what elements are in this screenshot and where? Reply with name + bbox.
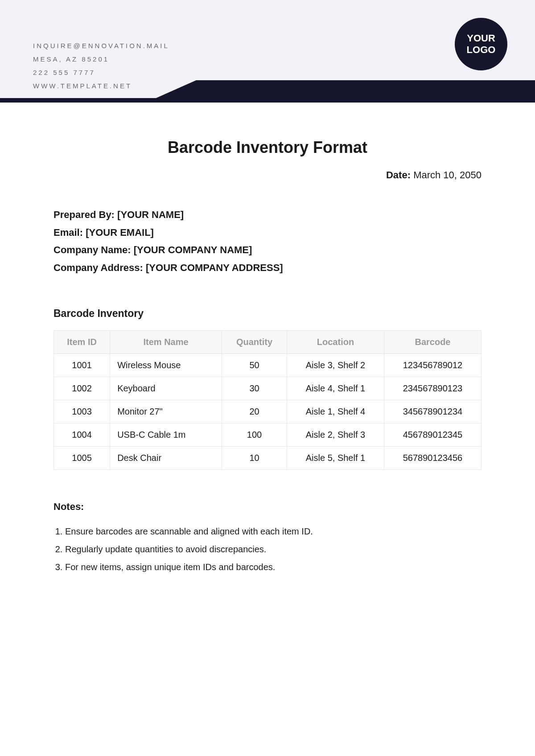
col-location: Location bbox=[287, 331, 384, 354]
list-item: For new items, assign unique item IDs an… bbox=[65, 558, 482, 576]
col-barcode: Barcode bbox=[384, 331, 481, 354]
col-item-id: Item ID bbox=[54, 331, 110, 354]
cell-name: Keyboard bbox=[110, 377, 222, 400]
date-line: Date: March 10, 2050 bbox=[54, 169, 482, 181]
date-value: March 10, 2050 bbox=[413, 169, 482, 181]
table-row: 1004 USB-C Cable 1m 100 Aisle 2, Shelf 3… bbox=[54, 423, 482, 447]
list-item: Regularly update quantities to avoid dis… bbox=[65, 540, 482, 558]
table-row: 1005 Desk Chair 10 Aisle 5, Shelf 1 5678… bbox=[54, 447, 482, 470]
cell-qty: 50 bbox=[222, 354, 287, 377]
table-row: 1003 Monitor 27" 20 Aisle 1, Shelf 4 345… bbox=[54, 400, 482, 423]
col-item-name: Item Name bbox=[110, 331, 222, 354]
cell-id: 1003 bbox=[54, 400, 110, 423]
contact-phone: 222 555 7777 bbox=[33, 66, 169, 79]
cell-bc: 345678901234 bbox=[384, 400, 481, 423]
email-value: [YOUR EMAIL] bbox=[86, 227, 154, 238]
logo-placeholder: YOUR LOGO bbox=[455, 18, 507, 70]
address-value: [YOUR COMPANY ADDRESS] bbox=[146, 262, 283, 273]
cell-qty: 20 bbox=[222, 400, 287, 423]
cell-bc: 123456789012 bbox=[384, 354, 481, 377]
page-title: Barcode Inventory Format bbox=[54, 138, 482, 157]
prepared-by-value: [YOUR NAME] bbox=[117, 209, 184, 220]
table-row: 1001 Wireless Mouse 50 Aisle 3, Shelf 2 … bbox=[54, 354, 482, 377]
cell-bc: 567890123456 bbox=[384, 447, 481, 470]
contact-block: INQUIRE@ENNOVATION.MAIL MESA, AZ 85201 2… bbox=[33, 39, 169, 93]
cell-loc: Aisle 2, Shelf 3 bbox=[287, 423, 384, 447]
cell-loc: Aisle 5, Shelf 1 bbox=[287, 447, 384, 470]
cell-bc: 456789012345 bbox=[384, 423, 481, 447]
notes-heading: Notes: bbox=[54, 501, 482, 513]
content-area: Barcode Inventory Format Date: March 10,… bbox=[0, 103, 535, 576]
cell-qty: 10 bbox=[222, 447, 287, 470]
section-heading: Barcode Inventory bbox=[54, 308, 482, 320]
cell-name: Desk Chair bbox=[110, 447, 222, 470]
cell-loc: Aisle 1, Shelf 4 bbox=[287, 400, 384, 423]
list-item: Ensure barcodes are scannable and aligne… bbox=[65, 522, 482, 540]
company-label: Company Name: bbox=[54, 244, 131, 255]
cell-loc: Aisle 3, Shelf 2 bbox=[287, 354, 384, 377]
cell-id: 1004 bbox=[54, 423, 110, 447]
address-label: Company Address: bbox=[54, 262, 143, 273]
info-block: Prepared By: [YOUR NAME] Email: [YOUR EM… bbox=[54, 206, 482, 276]
cell-name: Monitor 27" bbox=[110, 400, 222, 423]
logo-line2: LOGO bbox=[467, 44, 496, 55]
contact-email: INQUIRE@ENNOVATION.MAIL bbox=[33, 39, 169, 53]
cell-qty: 100 bbox=[222, 423, 287, 447]
table-header-row: Item ID Item Name Quantity Location Barc… bbox=[54, 331, 482, 354]
document-page: INQUIRE@ENNOVATION.MAIL MESA, AZ 85201 2… bbox=[0, 0, 535, 756]
cell-id: 1002 bbox=[54, 377, 110, 400]
cell-name: Wireless Mouse bbox=[110, 354, 222, 377]
date-label: Date: bbox=[386, 169, 411, 181]
inventory-table: Item ID Item Name Quantity Location Barc… bbox=[54, 330, 482, 470]
contact-city: MESA, AZ 85201 bbox=[33, 53, 169, 66]
col-quantity: Quantity bbox=[222, 331, 287, 354]
company-value: [YOUR COMPANY NAME] bbox=[134, 244, 252, 255]
cell-id: 1005 bbox=[54, 447, 110, 470]
cell-bc: 234567890123 bbox=[384, 377, 481, 400]
logo-line1: YOUR bbox=[467, 33, 495, 44]
cell-qty: 30 bbox=[222, 377, 287, 400]
cell-name: USB-C Cable 1m bbox=[110, 423, 222, 447]
table-row: 1002 Keyboard 30 Aisle 4, Shelf 1 234567… bbox=[54, 377, 482, 400]
notes-list: Ensure barcodes are scannable and aligne… bbox=[54, 522, 482, 576]
prepared-by-label: Prepared By: bbox=[54, 209, 115, 220]
cell-loc: Aisle 4, Shelf 1 bbox=[287, 377, 384, 400]
cell-id: 1001 bbox=[54, 354, 110, 377]
email-label: Email: bbox=[54, 227, 83, 238]
contact-web: WWW.TEMPLATE.NET bbox=[33, 79, 169, 93]
